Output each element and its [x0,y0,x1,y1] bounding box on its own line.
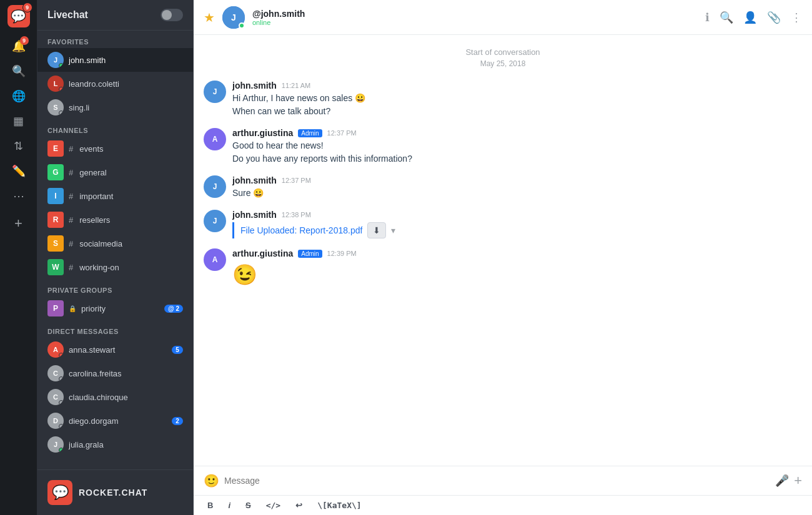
message-text-1a: Hi Arthur, I have news on sales 😀 [232,92,802,105]
kebab-icon[interactable]: ⋮ [791,11,802,24]
chat-header-actions: ℹ 🔍 👤 📎 ⋮ [705,11,802,24]
sidebar-item-socialmedia[interactable]: S # socialmedia [37,232,193,255]
message-toolbar: B i S </> ↩ \[KaTeX\] [194,496,812,515]
brand-name: ROCKET.CHAT [79,488,147,498]
message-time-5: 12:39 PM [327,250,357,257]
file-name: File Uploaded: Report-2018.pdf [240,225,362,235]
sidebar-item-name-resellers: resellers [79,215,183,225]
conversation-start: Start of conversation May 25, 2018 [204,47,802,68]
sidebar-item-events[interactable]: E # events [37,137,193,160]
sidebar-item-claudia[interactable]: C claudia.chiroque [37,385,193,409]
message-text-2a: Good to hear the news! [232,139,802,152]
sidebar: Livechat Favorites J john.smith L leandr… [37,0,194,515]
admin-badge-2: Admin [298,129,322,137]
sidebar-item-name-events: events [79,144,183,154]
sidebar-item-julia[interactable]: J julia.grala [37,433,193,456]
admin-badge-5: Admin [298,250,322,258]
file-download-button[interactable]: ⬇ [367,222,386,238]
chat-header-online-dot [239,22,245,29]
attachment-icon[interactable]: 📎 [767,11,781,24]
sidebar-item-john-smith[interactable]: J john.smith [37,48,193,72]
sidebar-item-sing[interactable]: S sing.li [37,96,193,119]
message-content-1: john.smith 11:21 AM Hi Arthur, I have ne… [232,81,802,118]
main-chat: ★ J @john.smith online ℹ 🔍 👤 📎 ⋮ Start o… [194,0,812,515]
status-dot-anna [59,353,64,358]
message-text-2b: Do you have any reports with this inform… [232,152,802,165]
members-icon[interactable]: 👤 [743,11,757,24]
message-input[interactable] [224,476,770,486]
italic-button[interactable]: i [224,499,234,511]
message-content-4: john.smith 12:38 PM File Uploaded: Repor… [232,210,802,238]
mic-button[interactable]: 🎤 [775,474,789,488]
emoji-button[interactable]: 🙂 [204,473,219,488]
info-icon[interactable]: ℹ [705,11,710,24]
sidebar-content: Favorites J john.smith L leandro.coletti… [37,31,193,469]
sidebar-item-working-on[interactable]: W # working-on [37,255,193,279]
direct-messages-label: Direct Messages [37,320,193,338]
sidebar-item-carolina[interactable]: C carolina.freitas [37,361,193,385]
sidebar-item-important[interactable]: I # important [37,184,193,208]
sidebar-item-name-john: john.smith [69,56,183,65]
channel-icon-socialmedia: S [47,235,64,252]
rocket-chat-icon[interactable]: 💬 [7,5,30,27]
lock-icon: 🔒 [69,305,76,312]
message-header-3: john.smith 12:37 PM [232,175,802,185]
bold-button[interactable]: B [204,499,217,511]
rocket-logo: 💬 [47,480,72,505]
katex-button[interactable]: \[KaTeX\] [314,499,365,511]
avatar-msg-3: J [204,175,226,198]
strikethrough-button[interactable]: S [242,499,255,511]
messages-container: Start of conversation May 25, 2018 J joh… [194,35,812,466]
message-group-5: A arthur.giustina Admin 12:39 PM 😉 [204,248,802,290]
priority-badge: @ 2 [164,305,183,313]
livechat-toggle[interactable] [161,9,183,21]
sidebar-item-name-leandro: leandro.coletti [69,79,183,89]
search-chat-icon[interactable]: 🔍 [720,11,733,24]
sidebar-item-general[interactable]: G # general [37,160,193,184]
chat-header: ★ J @john.smith online ℹ 🔍 👤 📎 ⋮ [194,0,812,35]
sidebar-item-name-general: general [79,168,183,177]
message-header-1: john.smith 11:21 AM [232,81,802,91]
globe-icon[interactable]: 🌐 [7,85,30,107]
message-text-3: Sure 😀 [232,187,802,200]
chat-header-info: @john.smith online [252,9,698,26]
sidebar-item-anna[interactable]: A anna.stewart 5 [37,338,193,361]
message-group-3: J john.smith 12:37 PM Sure 😀 [204,175,802,200]
layout-icon[interactable]: ▦ [7,110,30,132]
status-dot-julia [59,448,64,453]
sidebar-item-diego[interactable]: D diego.dorgam 2 [37,409,193,433]
conversation-start-text: Start of conversation [204,47,802,57]
link-button[interactable]: ↩ [292,499,306,511]
message-group-2: A arthur.giustina Admin 12:37 PM Good to… [204,128,802,165]
message-time-3: 12:37 PM [282,177,311,184]
search-icon[interactable]: 🔍 [7,60,30,82]
sidebar-item-name-carolina: carolina.freitas [69,369,183,378]
channels-label: Channels [37,119,193,137]
file-expand-button[interactable]: ▾ [391,225,395,235]
add-button[interactable]: + [7,212,30,235]
sidebar-item-resellers[interactable]: R # resellers [37,208,193,232]
sidebar-item-leandro[interactable]: L leandro.coletti [37,72,193,96]
status-dot-claudia [59,400,64,405]
avatar-sing: S [47,99,64,115]
message-author-5: arthur.giustina [232,248,293,258]
code-button[interactable]: </> [262,499,284,511]
message-header-5: arthur.giustina Admin 12:39 PM [232,248,802,258]
status-dot-diego [59,424,64,429]
file-upload: File Uploaded: Report-2018.pdf ⬇ ▾ [232,222,802,238]
more-icon[interactable]: ⋯ [7,185,30,207]
sidebar-item-priority[interactable]: P 🔒 priority @ 2 [37,297,193,320]
message-input-bar: 🙂 🎤 + [194,466,812,496]
star-button[interactable]: ★ [204,10,215,25]
chat-header-status: online [252,19,698,26]
plus-button[interactable]: + [794,473,802,489]
avatar-diego: D [47,413,64,429]
edit-icon[interactable]: ✏️ [7,160,30,182]
sort-icon[interactable]: ⇅ [7,135,30,157]
left-toolbar: 💬 🔔 🔍 🌐 ▦ ⇅ ✏️ ⋯ + [0,0,37,515]
sidebar-item-name-julia: julia.grala [69,440,183,449]
notifications-icon[interactable]: 🔔 [7,35,30,57]
avatar-anna: A [47,341,64,358]
sidebar-item-name-socialmedia: socialmedia [79,239,183,248]
message-content-3: john.smith 12:37 PM Sure 😀 [232,175,802,200]
